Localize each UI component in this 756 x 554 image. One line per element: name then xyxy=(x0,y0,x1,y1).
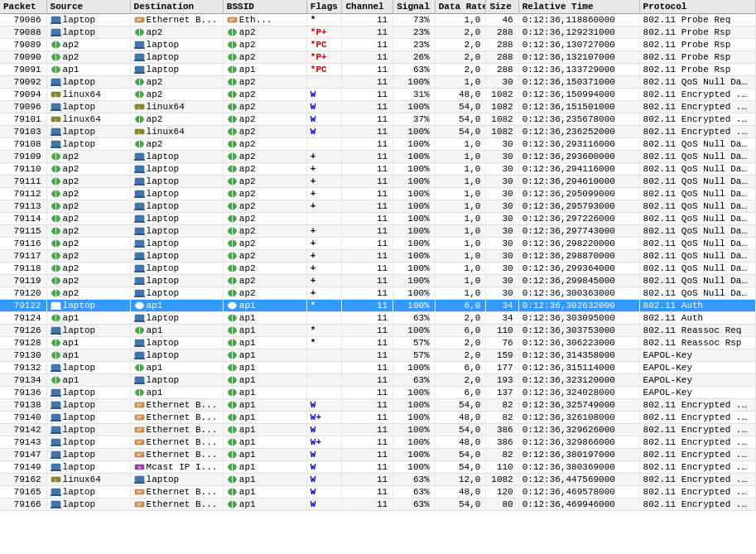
svg-rect-119 xyxy=(134,258,145,260)
table-row[interactable]: 79086 laptop Ethernet B... Eth... * 11 7… xyxy=(0,14,756,26)
header-bssid[interactable]: BSSID xyxy=(223,0,306,14)
svg-rect-70 xyxy=(135,153,144,159)
cell-signal: 100% xyxy=(393,300,436,312)
table-row[interactable]: 79110 ap2 laptop ap2 + 11 100% 1,0 30 0:… xyxy=(0,163,756,176)
svg-rect-95 xyxy=(134,209,145,210)
cell-destination: L linux64 xyxy=(130,126,223,138)
table-row[interactable]: 79113 ap2 laptop ap2 + 11 100% 1,0 30 0:… xyxy=(0,200,756,213)
svg-rect-218 xyxy=(135,452,144,457)
table-row[interactable]: 79136 laptop ap1 ap1 11 100% 6,0 137 0:1… xyxy=(0,387,756,399)
table-row[interactable]: 79112 ap2 laptop ap2 + 11 100% 1,0 30 0:… xyxy=(0,188,756,200)
cell-bssid: ap1 xyxy=(223,300,306,312)
cell-source: L linux64 xyxy=(46,113,130,126)
table-row[interactable]: 79147 laptop Ethernet B... ap1 W 11 100%… xyxy=(0,449,756,461)
cell-signal: 100% xyxy=(393,101,436,113)
cell-bssid: ap1 xyxy=(223,461,306,474)
cell-destination: Ethernet B... xyxy=(130,436,223,449)
table-row[interactable]: 79103 laptop L linux64 ap2 W 11 100% 54,… xyxy=(0,126,756,138)
cell-source: laptop xyxy=(46,76,130,89)
cell-packet: 79124 xyxy=(0,312,46,325)
cell-size: 82 xyxy=(486,412,518,424)
header-flags[interactable]: Flags xyxy=(306,0,342,14)
svg-rect-188 xyxy=(51,402,60,407)
table-row[interactable]: 79094 L linux64 ap2 ap2 W 11 31% 48,0 10… xyxy=(0,89,756,101)
table-row[interactable]: 79090 ap2 laptop ap2 *P+ 11 26% 2,0 288 … xyxy=(0,51,756,64)
cell-datarate: 12,0 xyxy=(435,474,486,486)
svg-rect-57 xyxy=(51,134,61,136)
cell-bssid: ap1 xyxy=(223,325,306,337)
table-row[interactable]: 79124 ap1 laptop ap1 11 63% 2,0 34 0:12:… xyxy=(0,312,756,325)
cell-packet: 79114 xyxy=(0,213,46,225)
header-destination[interactable]: Destination xyxy=(130,0,223,14)
table-row[interactable]: 79115 ap2 laptop ap2 + 11 100% 1,0 30 0:… xyxy=(0,225,756,238)
cell-flags: W xyxy=(306,101,342,113)
table-row[interactable]: 79088 laptop ap2 ap2 *P+ 11 23% 2,0 288 … xyxy=(0,26,756,39)
svg-rect-131 xyxy=(134,283,145,285)
table-row[interactable]: 79162 L linux64 laptop ap1 W 11 63% 12,0… xyxy=(0,474,756,486)
cell-bssid: ap2 xyxy=(223,188,306,200)
header-size[interactable]: Size xyxy=(486,0,518,14)
cell-source: laptop xyxy=(46,26,130,39)
table-row[interactable]: 79143 laptop Ethernet B... ap1 W+ 11 100… xyxy=(0,436,756,449)
svg-rect-82 xyxy=(135,178,144,184)
cell-datarate: 1,0 xyxy=(435,176,486,188)
table-row[interactable]: 79149 laptop M Mcast IP I... ap1 W 11 10… xyxy=(0,461,756,474)
table-row[interactable]: 79108 laptop ap2 ap2 11 100% 1,0 30 0:12… xyxy=(0,138,756,151)
table-row[interactable]: 79092 laptop ap2 ap2 11 100% 1,0 30 0:12… xyxy=(0,76,756,89)
cell-signal: 100% xyxy=(393,362,436,374)
table-row[interactable]: 79118 ap2 laptop ap2 + 11 100% 1,0 30 0:… xyxy=(0,263,756,275)
cell-size: 1082 xyxy=(486,101,518,113)
packet-table-container: Packet Source Destination BSSID Flags Ch… xyxy=(0,0,756,554)
cell-datarate: 6,0 xyxy=(435,300,486,312)
cell-packet: 79118 xyxy=(0,263,46,275)
svg-rect-56 xyxy=(51,128,60,134)
table-row[interactable]: 79119 ap2 laptop ap2 + 11 100% 1,0 30 0:… xyxy=(0,275,756,287)
header-datarate[interactable]: Data Rate xyxy=(435,0,486,14)
table-row[interactable]: 79114 ap2 laptop ap2 11 100% 1,0 30 0:12… xyxy=(0,213,756,225)
cell-datarate: 1,0 xyxy=(435,163,486,176)
table-row[interactable]: 79130 ap1 laptop ap1 11 57% 2,0 159 0:12… xyxy=(0,349,756,362)
table-row[interactable]: 79109 ap2 laptop ap2 + 11 100% 1,0 30 0:… xyxy=(0,151,756,163)
table-row[interactable]: 79096 laptop L linux64 ap2 W 11 100% 54,… xyxy=(0,101,756,113)
table-row[interactable]: 79117 ap2 laptop ap2 + 11 100% 1,0 30 0:… xyxy=(0,250,756,263)
table-row[interactable]: 79091 ap1 laptop ap1 *PC 11 63% 2,0 288 … xyxy=(0,64,756,76)
table-row[interactable]: 79128 ap1 laptop ap1 * 11 57% 2,0 76 0:1… xyxy=(0,337,756,349)
svg-rect-106 xyxy=(135,228,144,234)
table-row[interactable]: 79166 laptop Ethernet B... ap1 W 11 63% … xyxy=(0,499,756,511)
header-protocol[interactable]: Protocol xyxy=(639,0,755,14)
table-row[interactable]: 79116 ap2 laptop ap2 + 11 100% 1,0 30 0:… xyxy=(0,238,756,250)
cell-datarate: 6,0 xyxy=(435,387,486,399)
table-row[interactable]: 79120 ap2 laptop ap2 + 11 100% 1,0 30 0:… xyxy=(0,287,756,300)
table-row[interactable]: 79126 laptop ap1 ap1 * 11 100% 6,0 110 0… xyxy=(0,325,756,337)
svg-rect-170 xyxy=(51,364,60,370)
cell-signal: 23% xyxy=(393,26,436,39)
table-row[interactable]: 79140 laptop Ethernet B... ap1 W+ 11 100… xyxy=(0,412,756,424)
table-row[interactable]: 79089 ap2 laptop ap2 *PC 11 23% 2,0 288 … xyxy=(0,39,756,51)
table-row[interactable]: 79132 laptop ap1 ap1 11 100% 6,0 177 0:1… xyxy=(0,362,756,374)
header-signal[interactable]: Signal xyxy=(393,0,436,14)
header-source[interactable]: Source xyxy=(46,0,130,14)
cell-bssid: ap1 xyxy=(223,449,306,461)
table-row[interactable]: 79101 L linux64 ap2 ap2 W 11 37% 54,0 10… xyxy=(0,113,756,126)
cell-channel: 11 xyxy=(342,138,393,151)
cell-packet: 79149 xyxy=(0,461,46,474)
table-row[interactable]: 79138 laptop Ethernet B... ap1 W 11 100%… xyxy=(0,399,756,412)
cell-destination: Ethernet B... xyxy=(130,412,223,424)
cell-flags: + xyxy=(306,250,342,263)
cell-datarate: 48,0 xyxy=(435,89,486,101)
cell-bssid: ap2 xyxy=(223,213,306,225)
cell-datarate: 6,0 xyxy=(435,325,486,337)
table-row[interactable]: 79122 laptop ap1 ap1 * 11 100% 6,0 34 0:… xyxy=(0,300,756,312)
svg-rect-94 xyxy=(135,203,144,209)
cell-source: laptop xyxy=(46,499,130,511)
table-row[interactable]: 79165 laptop Ethernet B... ap1 W 11 63% … xyxy=(0,486,756,499)
cell-reltime: 0:12:36,293600000 xyxy=(518,151,639,163)
svg-rect-28 xyxy=(135,66,144,72)
table-row[interactable]: 79142 laptop Ethernet B... ap1 W 11 100%… xyxy=(0,424,756,436)
header-channel[interactable]: Channel xyxy=(342,0,393,14)
header-packet[interactable]: Packet xyxy=(0,0,46,14)
table-row[interactable]: 79134 ap1 laptop ap1 11 63% 2,0 193 0:12… xyxy=(0,374,756,387)
header-reltime[interactable]: Relative Time xyxy=(518,0,639,14)
table-row[interactable]: 79111 ap2 laptop ap2 + 11 100% 1,0 30 0:… xyxy=(0,176,756,188)
cell-size: 30 xyxy=(486,176,518,188)
